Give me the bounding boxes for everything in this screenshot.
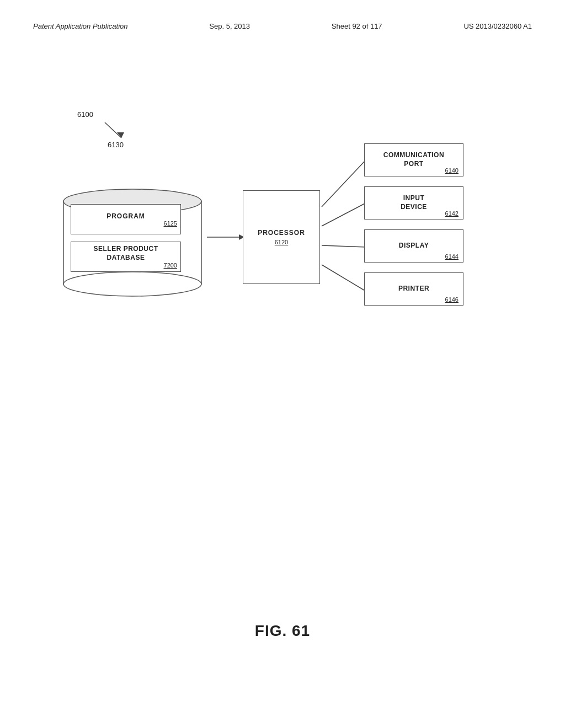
system-label: 6100 xyxy=(77,110,93,119)
display-label: DISPLAY xyxy=(399,242,429,250)
page: Patent Application Publication Sep. 5, 2… xyxy=(0,0,565,728)
comm-port-label: COMMUNICATIONPORT xyxy=(383,151,444,168)
program-box: PROGRAM 6125 xyxy=(71,204,181,234)
svg-line-7 xyxy=(322,265,366,291)
header-publication-label: Patent Application Publication xyxy=(33,22,128,30)
printer-box: PRINTER 6146 xyxy=(364,272,463,306)
program-label: PROGRAM xyxy=(106,212,145,220)
figure-label: FIG. 61 xyxy=(0,622,565,640)
printer-number: 6146 xyxy=(445,296,459,303)
svg-marker-1 xyxy=(117,132,124,138)
program-number: 6125 xyxy=(164,220,177,227)
input-device-label: INPUTDEVICE xyxy=(401,194,427,211)
header-patent-number: US 2013/0232060 A1 xyxy=(463,22,532,30)
processor-label: PROCESSOR xyxy=(258,229,305,237)
svg-line-6 xyxy=(322,245,366,247)
seller-product-box: SELLER PRODUCTDATABASE 7200 xyxy=(71,242,181,272)
svg-line-0 xyxy=(105,122,121,138)
right-boxes-container: COMMUNICATIONPORT 6140 INPUTDEVICE 6142 … xyxy=(364,143,475,315)
printer-label: PRINTER xyxy=(398,285,429,293)
comm-port-number: 6140 xyxy=(445,167,459,174)
svg-line-4 xyxy=(322,160,366,207)
display-number: 6144 xyxy=(445,253,459,260)
communication-port-box: COMMUNICATIONPORT 6140 xyxy=(364,143,463,176)
processor-number: 6120 xyxy=(275,239,288,245)
svg-line-5 xyxy=(322,203,366,226)
svg-point-9 xyxy=(63,272,201,296)
display-box: DISPLAY 6144 xyxy=(364,229,463,263)
header-sheet: Sheet 92 of 117 xyxy=(332,22,382,30)
header-date: Sep. 5, 2013 xyxy=(209,22,250,30)
seller-number: 7200 xyxy=(164,262,177,269)
input-device-number: 6142 xyxy=(445,210,459,217)
processor-box: PROCESSOR 6120 xyxy=(243,190,320,284)
page-header: Patent Application Publication Sep. 5, 2… xyxy=(33,22,532,30)
diagram-area: 6100 6130 PROGRAM 6125 xyxy=(44,110,519,419)
cylinder-container: PROGRAM 6125 SELLER PRODUCTDATABASE 7200 xyxy=(61,143,204,287)
input-device-box: INPUTDEVICE 6142 xyxy=(364,186,463,220)
seller-label: SELLER PRODUCTDATABASE xyxy=(93,245,158,262)
